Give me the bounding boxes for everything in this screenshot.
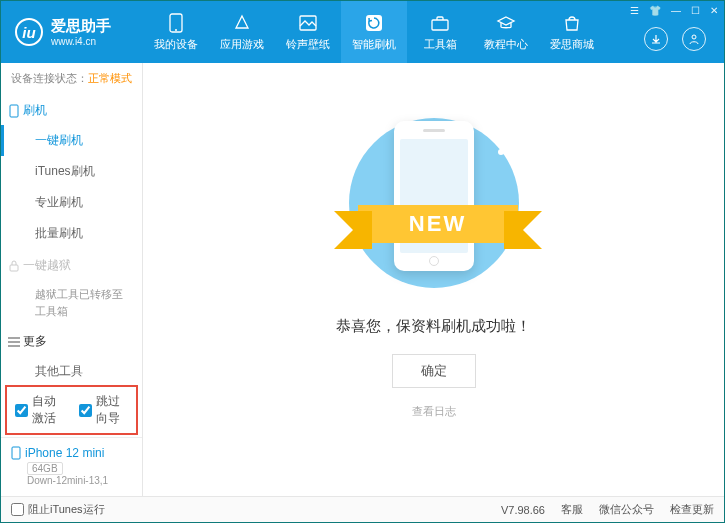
ok-button[interactable]: 确定 [392,354,476,388]
svg-point-5 [692,35,696,39]
nav-label: 智能刷机 [352,37,396,52]
ribbon-new: NEW [358,205,518,243]
toolbox-icon [430,13,450,33]
wallpaper-icon [298,13,318,33]
storage-badge: 64GB [27,462,63,475]
header-right-icons [644,27,706,51]
app-header: iu 爱思助手 www.i4.cn 我的设备 应用游戏 铃声壁纸 智能刷机 [1,1,724,63]
sidebar-item-pro[interactable]: 专业刷机 [1,187,142,218]
checkbox-label: 自动激活 [32,393,65,427]
logo-area: iu 爱思助手 www.i4.cn [1,17,143,47]
checkbox-auto-activate[interactable]: 自动激活 [15,393,65,427]
sidebar-item-itunes[interactable]: iTunes刷机 [1,156,142,187]
app-url: www.i4.cn [51,36,111,47]
store-icon [562,13,582,33]
sidebar: 设备连接状态：正常模式 刷机 一键刷机 iTunes刷机 专业刷机 批量刷机 一… [1,63,143,496]
section-label: 更多 [23,333,47,350]
maximize-icon[interactable]: ☐ [691,5,700,16]
apps-icon [232,13,252,33]
logo-icon: iu [15,18,43,46]
top-nav: 我的设备 应用游戏 铃声壁纸 智能刷机 工具箱 教程中心 [143,1,605,63]
nav-toolbox[interactable]: 工具箱 [407,1,473,63]
app-window: iu 爱思助手 www.i4.cn 我的设备 应用游戏 铃声壁纸 智能刷机 [0,0,725,523]
svg-rect-7 [10,265,18,271]
connection-status: 设备连接状态：正常模式 [1,63,142,94]
checkbox-block-itunes[interactable]: 阻止iTunes运行 [11,502,105,517]
close-icon[interactable]: ✕ [710,5,718,16]
status-value: 正常模式 [88,72,132,84]
refresh-icon [364,13,384,33]
nav-flash[interactable]: 智能刷机 [341,1,407,63]
section-flash[interactable]: 刷机 [1,94,142,125]
version-label: V7.98.66 [501,504,545,516]
lock-icon [7,259,21,273]
app-name: 爱思助手 [51,17,111,36]
nav-label: 铃声壁纸 [286,37,330,52]
nav-ringtone[interactable]: 铃声壁纸 [275,1,341,63]
checkbox-input[interactable] [79,404,92,417]
menu-icon[interactable]: ☰ [630,5,639,16]
nav-label: 爱思商城 [550,37,594,52]
wechat-link[interactable]: 微信公众号 [599,502,654,517]
support-link[interactable]: 客服 [561,502,583,517]
device-model: Down-12mini-13,1 [11,475,134,486]
svg-rect-4 [432,20,448,30]
nav-label: 教程中心 [484,37,528,52]
user-icon[interactable] [682,27,706,51]
app-body: 设备连接状态：正常模式 刷机 一键刷机 iTunes刷机 专业刷机 批量刷机 一… [1,63,724,496]
jailbreak-note: 越狱工具已转移至工具箱 [1,280,142,325]
checkbox-label: 阻止iTunes运行 [28,502,105,517]
nav-my-device[interactable]: 我的设备 [143,1,209,63]
tutorial-icon [496,13,516,33]
phone-icon [166,13,186,33]
skin-icon[interactable]: 👕 [649,5,661,16]
options-highlight-box: 自动激活 跳过向导 [5,385,138,435]
update-link[interactable]: 检查更新 [670,502,714,517]
checkbox-skip-guide[interactable]: 跳过向导 [79,393,129,427]
section-jailbreak: 一键越狱 [1,249,142,280]
section-more[interactable]: 更多 [1,325,142,356]
nav-label: 应用游戏 [220,37,264,52]
main-content: NEW 恭喜您，保资料刷机成功啦！ 确定 查看日志 [143,63,724,496]
section-label: 一键越狱 [23,257,71,274]
window-controls: ☰ 👕 — ☐ ✕ [630,5,718,16]
svg-rect-6 [10,105,18,117]
section-label: 刷机 [23,102,47,119]
sidebar-item-other[interactable]: 其他工具 [1,356,142,383]
device-name: iPhone 12 mini [11,446,134,460]
download-icon[interactable] [644,27,668,51]
checkbox-input[interactable] [11,503,24,516]
minimize-icon[interactable]: — [671,5,681,16]
success-illustration: NEW [334,113,534,293]
nav-tutorial[interactable]: 教程中心 [473,1,539,63]
success-message: 恭喜您，保资料刷机成功啦！ [336,317,531,336]
sidebar-item-batch[interactable]: 批量刷机 [1,218,142,249]
status-label: 设备连接状态： [11,72,88,84]
svg-rect-8 [12,447,20,459]
sidebar-item-oneclick[interactable]: 一键刷机 [1,125,142,156]
nav-apps[interactable]: 应用游戏 [209,1,275,63]
sidebar-tree: 刷机 一键刷机 iTunes刷机 专业刷机 批量刷机 一键越狱 越狱工具已转移至… [1,94,142,383]
phone-small-icon [7,104,21,118]
status-bar: 阻止iTunes运行 V7.98.66 客服 微信公众号 检查更新 [1,496,724,522]
device-block[interactable]: iPhone 12 mini 64GB Down-12mini-13,1 [1,437,142,496]
svg-point-1 [175,29,177,31]
checkbox-label: 跳过向导 [96,393,129,427]
view-log-link[interactable]: 查看日志 [412,404,456,419]
checkbox-input[interactable] [15,404,28,417]
list-icon [7,335,21,349]
nav-label: 我的设备 [154,37,198,52]
phone-tiny-icon [11,446,21,460]
nav-label: 工具箱 [424,37,457,52]
nav-store[interactable]: 爱思商城 [539,1,605,63]
